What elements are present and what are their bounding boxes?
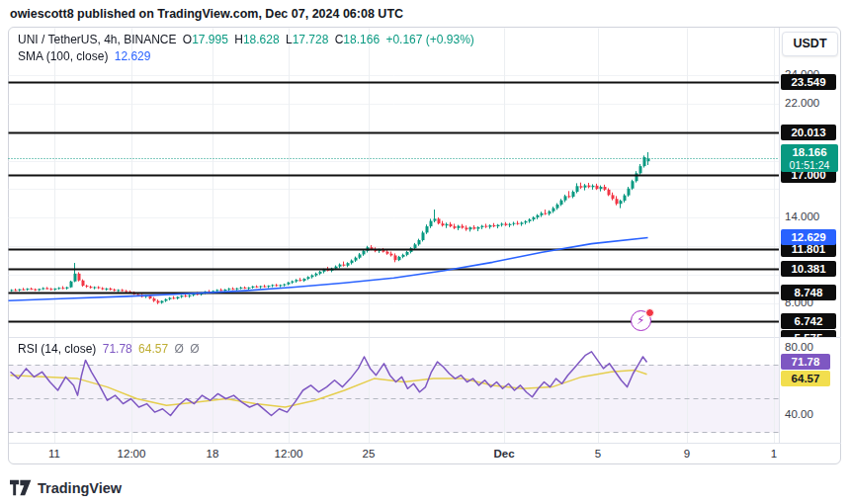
- rsi-value-label: 71.78: [781, 354, 830, 370]
- attribution-text: owiescott8 published on TradingView.com,…: [10, 7, 403, 21]
- time-tick-label: 25: [363, 448, 376, 460]
- time-tick-label: 9: [684, 448, 690, 460]
- time-tick-label: Dec: [493, 448, 514, 460]
- time-tick-label: 11: [48, 448, 60, 460]
- symbol-legend: UNI / TetherUS, 4h, BINANCE O17.995 H18.…: [18, 33, 477, 46]
- sma-value: 12.629: [115, 49, 151, 63]
- candlestick-chart-canvas[interactable]: [8, 28, 779, 337]
- rsi-zero-icon: Ø: [190, 342, 199, 356]
- sma-legend: SMA (100, close) 12.629: [18, 49, 153, 63]
- ohlc-high-value: 18.628: [243, 33, 280, 46]
- currency-toggle-button[interactable]: USDT: [782, 32, 838, 56]
- time-tick-label: 12:00: [118, 448, 146, 460]
- ohlc-close-value: 18.166: [343, 33, 380, 46]
- level-price-label: 10.381: [781, 261, 836, 277]
- price-tick-label: 22.000: [785, 97, 819, 109]
- price-tick-label: 14.000: [785, 210, 819, 222]
- sma-title: SMA (100, close): [18, 49, 108, 63]
- lightning-bolt-icon: ⚡︎: [637, 313, 644, 327]
- ohlc-open-key: O: [183, 33, 192, 46]
- rsi-tick-label: 40.00: [785, 408, 813, 420]
- symbol-title: UNI / TetherUS, 4h, BINANCE: [18, 33, 177, 46]
- tradingview-logo-text: TradingView: [38, 480, 122, 496]
- ohlc-high-key: H: [234, 33, 243, 46]
- tradingview-logo-icon: [10, 479, 32, 496]
- ohlc-open-value: 17.995: [192, 33, 228, 46]
- main-price-pane[interactable]: [8, 28, 779, 337]
- time-tick-label: 1: [771, 448, 777, 460]
- tradingview-logo[interactable]: TradingView: [10, 479, 122, 496]
- ohlc-low-value: 17.728: [293, 33, 329, 46]
- alert-notification-dot: [645, 308, 654, 317]
- rsi-axis[interactable]: 80.0040.0071.7864.57: [780, 337, 841, 443]
- alert-icon[interactable]: ⚡︎: [631, 310, 653, 333]
- rsi-value: 71.78: [103, 342, 132, 356]
- level-price-label: 8.748: [781, 285, 836, 300]
- level-price-label: 20.013: [781, 125, 836, 140]
- time-tick-label: 12:00: [275, 448, 303, 460]
- time-axis[interactable]: 1112:001812:0025Dec591: [8, 443, 779, 464]
- ohlc-low-key: L: [286, 33, 293, 46]
- published-chart-page: owiescott8 published on TradingView.com,…: [0, 0, 850, 504]
- rsi-ma-value: 64.57: [138, 342, 168, 356]
- change-value: +0.167 (+0.93%): [385, 33, 473, 46]
- time-tick-label: 18: [207, 448, 219, 460]
- bar-countdown: 01:51:24: [790, 159, 830, 171]
- rsi-value-label: 64.57: [781, 371, 830, 386]
- level-price-label: 23.549: [781, 74, 836, 90]
- time-tick-label: 5: [595, 448, 601, 460]
- level-price-label: 6.742: [781, 313, 836, 329]
- rsi-legend: RSI (14, close) 71.78 64.57 Ø Ø: [18, 342, 202, 356]
- sma-price-label: 12.629: [781, 229, 836, 245]
- current-price-label: 18.16601:51:24: [781, 144, 838, 172]
- rsi-tick-label: 80.00: [785, 341, 813, 353]
- rsi-zero-icon: Ø: [174, 342, 183, 356]
- level-price-label: 5.575: [781, 330, 836, 337]
- rsi-title: RSI (14, close): [18, 342, 96, 356]
- price-axis[interactable]: 24.00022.00014.0008.00023.54920.01317.00…: [780, 28, 841, 337]
